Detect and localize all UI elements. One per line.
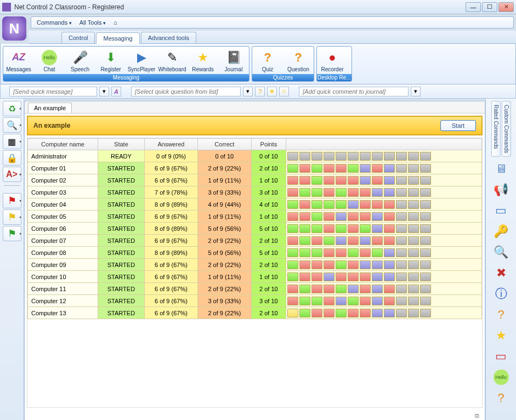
- answer-dot: [360, 224, 371, 233]
- refresh-icon[interactable]: ♻▸: [3, 101, 21, 116]
- home-icon[interactable]: ⌂: [111, 18, 120, 27]
- cell-correct: 1 of 9 (11%): [198, 271, 251, 283]
- lock-icon[interactable]: 🔒: [3, 150, 21, 166]
- quick-comment-input[interactable]: [299, 87, 409, 97]
- dropdown-icon[interactable]: ▾: [411, 87, 421, 97]
- answer-dot: [420, 152, 431, 161]
- answer-dot: [360, 236, 371, 245]
- copy-icon[interactable]: ⧉: [25, 410, 485, 420]
- results-table: Computer nameStateAnsweredCorrectPoints …: [27, 138, 482, 319]
- tab-messaging[interactable]: Messaging: [96, 32, 139, 44]
- answer-dot: [420, 224, 431, 233]
- ribbon-recorder[interactable]: ●Recorder: [317, 47, 348, 74]
- star-icon[interactable]: ★: [267, 87, 277, 97]
- ribbon-rewards[interactable]: ★Rewards: [188, 47, 218, 74]
- question-icon[interactable]: ?: [255, 87, 265, 97]
- maximize-button[interactable]: ☐: [482, 2, 497, 12]
- answer-dot: [324, 260, 334, 269]
- table-row[interactable]: AdministratorREADY0 of 9 (0%)0 of 100 of…: [28, 150, 482, 162]
- ribbon-whiteboard[interactable]: ✎Whiteboard: [157, 47, 188, 74]
- monitor-icon[interactable]: 🖥: [491, 160, 511, 178]
- tab-advanced[interactable]: Advanced tools: [141, 32, 196, 43]
- minimize-button[interactable]: —: [466, 2, 481, 12]
- star-icon[interactable]: ★: [491, 327, 511, 344]
- quick-message-input[interactable]: [9, 87, 97, 97]
- dropdown-icon[interactable]: ▾: [99, 87, 109, 97]
- table-row[interactable]: Computer 02STARTED6 of 9 (67%)1 of 9 (11…: [28, 174, 482, 186]
- cell-answered: 6 of 9 (67%): [144, 295, 197, 307]
- table-row[interactable]: Computer 06STARTED8 of 9 (89%)5 of 9 (56…: [28, 223, 482, 235]
- answer-dot: [287, 212, 298, 221]
- cell-points: 1 of 10: [251, 174, 286, 186]
- answer-dot: [372, 224, 383, 233]
- column-header[interactable]: Computer name: [28, 139, 98, 150]
- ribbon-messages[interactable]: AZMessages: [3, 47, 34, 74]
- text-size-icon[interactable]: A>▸: [3, 167, 21, 182]
- search-doc-icon[interactable]: 🔍: [491, 243, 511, 261]
- help-icon[interactable]: ?: [491, 306, 511, 323]
- app-logo[interactable]: N: [2, 16, 26, 41]
- answer-dot: [384, 285, 395, 293]
- font-icon[interactable]: A: [111, 87, 121, 97]
- broadcast-icon[interactable]: 📢: [491, 181, 511, 198]
- ribbon-syncplayer[interactable]: ▶SyncPlayer: [126, 47, 157, 74]
- table-row[interactable]: Computer 05STARTED6 of 9 (67%)1 of 9 (11…: [28, 211, 482, 223]
- custom-commands-tab[interactable]: Custom Commands: [502, 101, 511, 157]
- grid-icon[interactable]: ▦▸: [3, 134, 21, 149]
- answer-dot: [299, 236, 310, 245]
- ribbon-speech[interactable]: 🎤Speech: [65, 47, 95, 74]
- cell-answered: 7 of 9 (78%): [144, 186, 197, 198]
- column-header[interactable]: Correct: [198, 139, 251, 150]
- card-icon[interactable]: ▭: [491, 348, 511, 365]
- content-tab[interactable]: An example: [28, 103, 72, 113]
- quick-bar: ▾ A ▾ ? ★ ☆ ▾: [0, 84, 516, 99]
- star-outline-icon[interactable]: ☆: [279, 87, 289, 97]
- answer-dot: [420, 309, 431, 317]
- answer-dot: [336, 260, 347, 269]
- table-row[interactable]: Computer 10STARTED6 of 9 (67%)1 of 9 (11…: [28, 271, 482, 283]
- table-row[interactable]: Computer 13STARTED6 of 9 (67%)2 of 9 (22…: [28, 307, 482, 319]
- yellow-flag-icon[interactable]: ⚑▸: [3, 209, 21, 225]
- column-header[interactable]: State: [98, 139, 145, 150]
- table-row[interactable]: Computer 09STARTED6 of 9 (67%)2 of 9 (22…: [28, 259, 482, 271]
- cell-answers: [286, 150, 482, 162]
- ribbon-question[interactable]: ?Question: [283, 47, 314, 74]
- start-button[interactable]: Start: [440, 120, 476, 131]
- commands-menu[interactable]: Commands: [35, 18, 74, 27]
- cell-state: STARTED: [98, 271, 145, 283]
- quick-question-input[interactable]: [131, 87, 241, 97]
- close-button[interactable]: ✕: [498, 2, 514, 12]
- tab-control[interactable]: Control: [61, 32, 95, 43]
- table-row[interactable]: Computer 12STARTED6 of 9 (67%)3 of 9 (33…: [28, 295, 482, 307]
- info-icon[interactable]: ⓘ: [491, 285, 511, 303]
- keys-icon[interactable]: 🔑: [491, 223, 511, 240]
- answer-dot: [408, 212, 419, 221]
- ribbon-group-messaging: AZMessagesHelloChat🎤Speech⬇Register▶Sync…: [3, 46, 250, 82]
- search-icon[interactable]: 🔍▸: [3, 117, 21, 133]
- all-tools-menu[interactable]: All Tools: [77, 18, 108, 27]
- cancel-icon[interactable]: ✖: [491, 264, 511, 282]
- dropdown-icon[interactable]: ▾: [243, 87, 253, 97]
- table-row[interactable]: Computer 01STARTED6 of 9 (67%)2 of 9 (22…: [28, 162, 482, 174]
- green-flag-icon[interactable]: ⚑▸: [3, 226, 21, 241]
- column-header[interactable]: [286, 139, 482, 150]
- ribbon-chat[interactable]: HelloChat: [34, 47, 65, 74]
- chat-icon[interactable]: Hello: [491, 368, 511, 386]
- ribbon-register[interactable]: ⬇Register: [95, 47, 126, 74]
- quiz-icon[interactable]: ?: [491, 389, 511, 407]
- column-header[interactable]: Answered: [144, 139, 197, 150]
- table-row[interactable]: Computer 08STARTED8 of 9 (89%)5 of 9 (56…: [28, 247, 482, 259]
- cell-points: 3 of 10: [251, 186, 286, 198]
- column-header[interactable]: Points: [251, 139, 286, 150]
- ribbon-quiz[interactable]: ?Quiz: [252, 47, 283, 74]
- red-flag-icon[interactable]: ⚑▸: [3, 193, 21, 208]
- ribbon-journal[interactable]: 📓Journal: [218, 47, 249, 74]
- table-row[interactable]: Computer 07STARTED6 of 9 (67%)2 of 9 (22…: [28, 235, 482, 247]
- table-row[interactable]: Computer 03STARTED7 of 9 (78%)3 of 9 (33…: [28, 186, 482, 198]
- screen-icon[interactable]: ▭: [491, 202, 511, 219]
- answer-dot: [311, 176, 322, 185]
- table-row[interactable]: Computer 04STARTED8 of 9 (89%)4 of 9 (44…: [28, 198, 482, 211]
- table-row[interactable]: Computer 11STARTED6 of 9 (67%)2 of 9 (22…: [28, 283, 482, 295]
- rated-commands-tab[interactable]: Rated Commands: [491, 101, 501, 157]
- ribbon-group-desktop: ●Recorder Desktop Re...: [316, 46, 352, 82]
